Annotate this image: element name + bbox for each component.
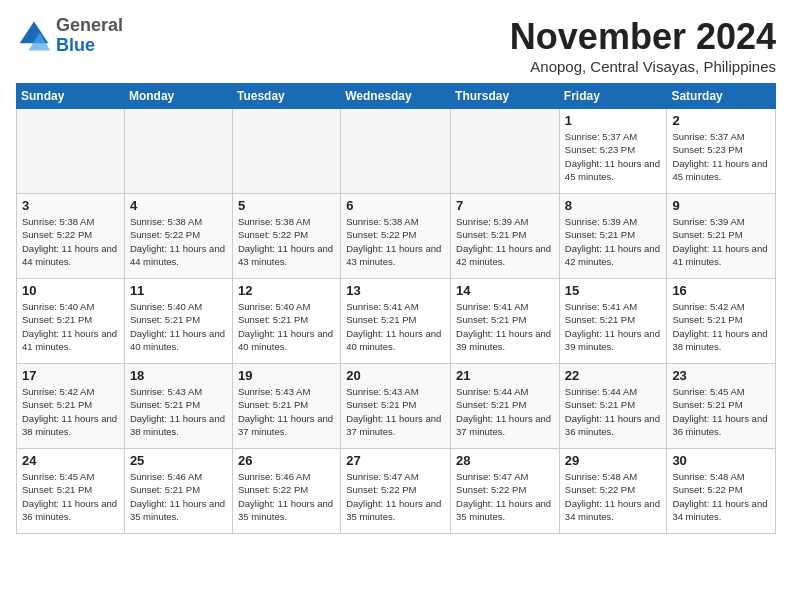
day-number: 3 [22, 198, 119, 213]
calendar-cell: 14Sunrise: 5:41 AMSunset: 5:21 PMDayligh… [451, 279, 560, 364]
location: Anopog, Central Visayas, Philippines [510, 58, 776, 75]
day-number: 17 [22, 368, 119, 383]
calendar-week-3: 10Sunrise: 5:40 AMSunset: 5:21 PMDayligh… [17, 279, 776, 364]
weekday-header-tuesday: Tuesday [232, 84, 340, 109]
calendar-cell: 4Sunrise: 5:38 AMSunset: 5:22 PMDaylight… [124, 194, 232, 279]
day-number: 9 [672, 198, 770, 213]
day-info: Sunrise: 5:45 AMSunset: 5:21 PMDaylight:… [672, 385, 770, 438]
weekday-header-thursday: Thursday [451, 84, 560, 109]
page-header: General Blue November 2024 Anopog, Centr… [16, 16, 776, 75]
calendar-cell: 8Sunrise: 5:39 AMSunset: 5:21 PMDaylight… [559, 194, 667, 279]
day-info: Sunrise: 5:40 AMSunset: 5:21 PMDaylight:… [22, 300, 119, 353]
day-number: 2 [672, 113, 770, 128]
day-info: Sunrise: 5:44 AMSunset: 5:21 PMDaylight:… [456, 385, 554, 438]
day-info: Sunrise: 5:37 AMSunset: 5:23 PMDaylight:… [565, 130, 662, 183]
logo-general: General [56, 15, 123, 35]
day-info: Sunrise: 5:41 AMSunset: 5:21 PMDaylight:… [565, 300, 662, 353]
calendar-cell [17, 109, 125, 194]
day-number: 11 [130, 283, 227, 298]
day-number: 20 [346, 368, 445, 383]
day-number: 29 [565, 453, 662, 468]
calendar-cell: 11Sunrise: 5:40 AMSunset: 5:21 PMDayligh… [124, 279, 232, 364]
day-info: Sunrise: 5:40 AMSunset: 5:21 PMDaylight:… [130, 300, 227, 353]
calendar-week-1: 1Sunrise: 5:37 AMSunset: 5:23 PMDaylight… [17, 109, 776, 194]
day-info: Sunrise: 5:42 AMSunset: 5:21 PMDaylight:… [672, 300, 770, 353]
calendar-cell: 9Sunrise: 5:39 AMSunset: 5:21 PMDaylight… [667, 194, 776, 279]
calendar-cell [341, 109, 451, 194]
day-info: Sunrise: 5:38 AMSunset: 5:22 PMDaylight:… [130, 215, 227, 268]
calendar-cell: 22Sunrise: 5:44 AMSunset: 5:21 PMDayligh… [559, 364, 667, 449]
calendar-cell: 16Sunrise: 5:42 AMSunset: 5:21 PMDayligh… [667, 279, 776, 364]
day-number: 14 [456, 283, 554, 298]
day-info: Sunrise: 5:48 AMSunset: 5:22 PMDaylight:… [565, 470, 662, 523]
calendar-cell: 2Sunrise: 5:37 AMSunset: 5:23 PMDaylight… [667, 109, 776, 194]
day-number: 10 [22, 283, 119, 298]
month-title: November 2024 [510, 16, 776, 58]
day-number: 4 [130, 198, 227, 213]
day-info: Sunrise: 5:42 AMSunset: 5:21 PMDaylight:… [22, 385, 119, 438]
calendar-body: 1Sunrise: 5:37 AMSunset: 5:23 PMDaylight… [17, 109, 776, 534]
day-number: 18 [130, 368, 227, 383]
day-info: Sunrise: 5:38 AMSunset: 5:22 PMDaylight:… [238, 215, 335, 268]
calendar-cell: 13Sunrise: 5:41 AMSunset: 5:21 PMDayligh… [341, 279, 451, 364]
day-number: 15 [565, 283, 662, 298]
logo: General Blue [16, 16, 123, 56]
calendar-cell: 28Sunrise: 5:47 AMSunset: 5:22 PMDayligh… [451, 449, 560, 534]
day-number: 7 [456, 198, 554, 213]
day-number: 25 [130, 453, 227, 468]
calendar-cell: 17Sunrise: 5:42 AMSunset: 5:21 PMDayligh… [17, 364, 125, 449]
day-number: 27 [346, 453, 445, 468]
calendar-cell: 29Sunrise: 5:48 AMSunset: 5:22 PMDayligh… [559, 449, 667, 534]
calendar-cell: 18Sunrise: 5:43 AMSunset: 5:21 PMDayligh… [124, 364, 232, 449]
day-info: Sunrise: 5:48 AMSunset: 5:22 PMDaylight:… [672, 470, 770, 523]
day-number: 8 [565, 198, 662, 213]
calendar-cell: 7Sunrise: 5:39 AMSunset: 5:21 PMDaylight… [451, 194, 560, 279]
day-number: 30 [672, 453, 770, 468]
weekday-header-saturday: Saturday [667, 84, 776, 109]
day-info: Sunrise: 5:43 AMSunset: 5:21 PMDaylight:… [238, 385, 335, 438]
calendar-cell: 27Sunrise: 5:47 AMSunset: 5:22 PMDayligh… [341, 449, 451, 534]
calendar-week-4: 17Sunrise: 5:42 AMSunset: 5:21 PMDayligh… [17, 364, 776, 449]
day-number: 24 [22, 453, 119, 468]
weekday-header-wednesday: Wednesday [341, 84, 451, 109]
day-number: 13 [346, 283, 445, 298]
calendar-cell: 24Sunrise: 5:45 AMSunset: 5:21 PMDayligh… [17, 449, 125, 534]
calendar-cell: 21Sunrise: 5:44 AMSunset: 5:21 PMDayligh… [451, 364, 560, 449]
logo-blue: Blue [56, 35, 95, 55]
day-number: 28 [456, 453, 554, 468]
calendar-cell [124, 109, 232, 194]
day-info: Sunrise: 5:39 AMSunset: 5:21 PMDaylight:… [565, 215, 662, 268]
day-number: 5 [238, 198, 335, 213]
calendar-cell: 23Sunrise: 5:45 AMSunset: 5:21 PMDayligh… [667, 364, 776, 449]
calendar-cell: 10Sunrise: 5:40 AMSunset: 5:21 PMDayligh… [17, 279, 125, 364]
day-info: Sunrise: 5:43 AMSunset: 5:21 PMDaylight:… [130, 385, 227, 438]
title-block: November 2024 Anopog, Central Visayas, P… [510, 16, 776, 75]
day-info: Sunrise: 5:44 AMSunset: 5:21 PMDaylight:… [565, 385, 662, 438]
calendar-cell [232, 109, 340, 194]
day-number: 12 [238, 283, 335, 298]
calendar-cell: 5Sunrise: 5:38 AMSunset: 5:22 PMDaylight… [232, 194, 340, 279]
calendar-table: SundayMondayTuesdayWednesdayThursdayFrid… [16, 83, 776, 534]
day-number: 6 [346, 198, 445, 213]
day-number: 1 [565, 113, 662, 128]
day-number: 22 [565, 368, 662, 383]
calendar-cell: 25Sunrise: 5:46 AMSunset: 5:21 PMDayligh… [124, 449, 232, 534]
day-info: Sunrise: 5:39 AMSunset: 5:21 PMDaylight:… [672, 215, 770, 268]
day-info: Sunrise: 5:38 AMSunset: 5:22 PMDaylight:… [22, 215, 119, 268]
calendar-cell: 15Sunrise: 5:41 AMSunset: 5:21 PMDayligh… [559, 279, 667, 364]
calendar-week-2: 3Sunrise: 5:38 AMSunset: 5:22 PMDaylight… [17, 194, 776, 279]
day-info: Sunrise: 5:45 AMSunset: 5:21 PMDaylight:… [22, 470, 119, 523]
day-info: Sunrise: 5:43 AMSunset: 5:21 PMDaylight:… [346, 385, 445, 438]
day-number: 16 [672, 283, 770, 298]
calendar-cell: 12Sunrise: 5:40 AMSunset: 5:21 PMDayligh… [232, 279, 340, 364]
day-info: Sunrise: 5:38 AMSunset: 5:22 PMDaylight:… [346, 215, 445, 268]
day-info: Sunrise: 5:37 AMSunset: 5:23 PMDaylight:… [672, 130, 770, 183]
logo-icon [16, 18, 52, 54]
calendar-cell: 26Sunrise: 5:46 AMSunset: 5:22 PMDayligh… [232, 449, 340, 534]
day-info: Sunrise: 5:47 AMSunset: 5:22 PMDaylight:… [346, 470, 445, 523]
day-number: 19 [238, 368, 335, 383]
day-number: 23 [672, 368, 770, 383]
calendar-week-5: 24Sunrise: 5:45 AMSunset: 5:21 PMDayligh… [17, 449, 776, 534]
calendar-cell: 1Sunrise: 5:37 AMSunset: 5:23 PMDaylight… [559, 109, 667, 194]
day-info: Sunrise: 5:41 AMSunset: 5:21 PMDaylight:… [346, 300, 445, 353]
